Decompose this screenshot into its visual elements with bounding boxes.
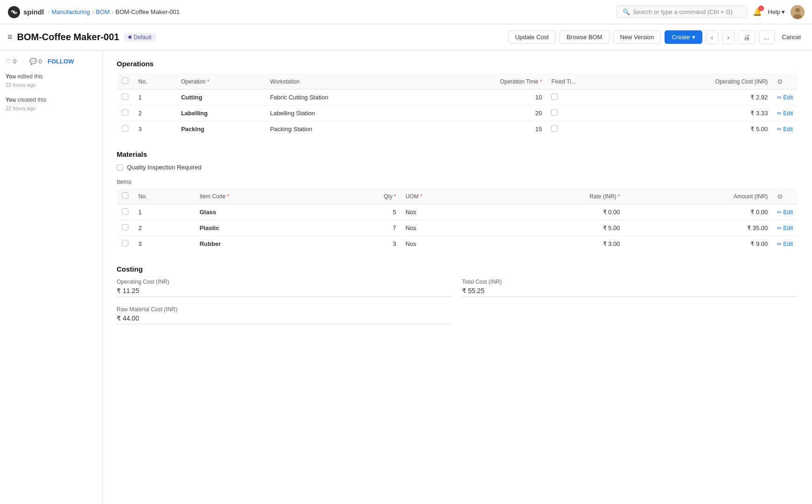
- table-row: 3 Rubber 3 Nos ₹ 3.00 ₹ 9.00 ✏ Edit: [117, 236, 798, 252]
- hamburger-icon[interactable]: ≡: [7, 32, 13, 42]
- mat-row1-item: Glass: [195, 204, 327, 220]
- activity-action-2: created this: [17, 97, 46, 103]
- toolbar-left: ≡ BOM-Coffee Maker-001 Default: [7, 32, 156, 42]
- mat-row2-amount: ₹ 35.00: [625, 220, 773, 236]
- op-row2-cost: ₹ 3.33: [626, 105, 773, 121]
- quality-checkbox[interactable]: [117, 164, 123, 171]
- materials-header-checkbox[interactable]: [122, 192, 128, 199]
- avatar[interactable]: [791, 5, 805, 19]
- follow-button[interactable]: FOLLOW: [48, 58, 74, 65]
- heart-icon: ♡: [6, 58, 11, 65]
- op-row3-cost: ₹ 5.00: [626, 121, 773, 137]
- create-button[interactable]: Create ▾: [665, 30, 702, 44]
- notification-badge: 1: [758, 6, 764, 11]
- mat-row3-uom: Nos: [401, 236, 490, 252]
- mat-row3-checkbox[interactable]: [122, 240, 128, 246]
- nav-right: 🔍 Search or type a command (Ctrl + G) 🔔 …: [616, 5, 805, 19]
- op-row1-cost: ₹ 2.92: [626, 90, 773, 105]
- materials-settings-icon[interactable]: ⚙: [777, 193, 783, 200]
- nav-left: spindl › Manufacturing › BOM › BOM-Coffe…: [7, 6, 180, 19]
- table-row: 3 Packing Packing Station 15 ₹ 5.00 ✏ Ed…: [117, 121, 798, 137]
- op-row1-operation: Cutting: [176, 90, 266, 105]
- svg-point-3: [795, 8, 800, 13]
- breadcrumb-manufacturing[interactable]: Manufacturing: [52, 8, 90, 15]
- mat-row2-checkbox[interactable]: [122, 224, 128, 231]
- mat-row2-edit-button[interactable]: ✏ Edit: [777, 225, 793, 231]
- notification-bell[interactable]: 🔔 1: [753, 7, 762, 16]
- operating-cost-label: Operating Cost (INR): [117, 279, 453, 285]
- search-bar[interactable]: 🔍 Search or type a command (Ctrl + G): [616, 6, 747, 18]
- table-row: 1 Glass 5 Nos ₹ 0.00 ₹ 0.00 ✏ Edit: [117, 204, 798, 220]
- mat-col-qty: Qty *: [327, 189, 401, 204]
- op-row3-fixed-checkbox[interactable]: [551, 125, 558, 132]
- raw-material-cost-field: Raw Material Cost (INR) ₹ 44.00: [117, 306, 453, 324]
- op-col-workstation: Workstation: [266, 74, 426, 90]
- more-button[interactable]: ...: [759, 30, 775, 44]
- top-navigation: spindl › Manufacturing › BOM › BOM-Coffe…: [0, 0, 812, 24]
- mat-row3-item: Rubber: [195, 236, 327, 252]
- op-row2-time: 20: [425, 105, 546, 121]
- mat-row1-edit-button[interactable]: ✏ Edit: [777, 209, 793, 216]
- likes-button[interactable]: ♡ 0: [6, 58, 16, 65]
- mat-row1-rate: ₹ 0.00: [490, 204, 625, 220]
- print-button[interactable]: 🖨: [738, 30, 755, 44]
- operations-settings-icon[interactable]: ⚙: [777, 78, 783, 85]
- toolbar: ≡ BOM-Coffee Maker-001 Default Update Co…: [0, 24, 812, 50]
- help-chevron-icon: ▾: [782, 8, 785, 15]
- op-row1-edit-button[interactable]: ✏ Edit: [777, 94, 793, 101]
- update-cost-button[interactable]: Update Cost: [508, 30, 556, 44]
- mat-col-amount: Amount (INR): [625, 189, 773, 204]
- quality-label: Quality Inspection Required: [127, 164, 202, 171]
- activity-time-1: 22 hours ago: [6, 82, 35, 88]
- mat-row3-qty: 3: [327, 236, 401, 252]
- breadcrumb: › Manufacturing › BOM › BOM-Coffee Maker…: [48, 8, 180, 15]
- mat-row2-item: Plastic: [195, 220, 327, 236]
- raw-material-cost-label: Raw Material Cost (INR): [117, 306, 453, 313]
- op-row3-edit-button[interactable]: ✏ Edit: [777, 126, 793, 133]
- activity-item: You edited this 22 hours ago: [6, 72, 97, 89]
- prev-button[interactable]: ‹: [706, 30, 719, 44]
- comments-count: 0: [39, 58, 42, 65]
- mat-row3-no: 3: [134, 236, 195, 252]
- items-label: Items: [117, 178, 798, 185]
- op-row2-edit-button[interactable]: ✏ Edit: [777, 110, 793, 117]
- activity-actor-2: You: [6, 97, 16, 103]
- op-row2-fixed-checkbox[interactable]: [551, 109, 558, 116]
- op-row3-checkbox[interactable]: [122, 125, 128, 132]
- op-row1-fixed-checkbox[interactable]: [551, 93, 558, 100]
- new-version-button[interactable]: New Version: [613, 30, 661, 44]
- op-row1-checkbox[interactable]: [122, 93, 128, 100]
- follow-bar: ♡ 0 · 💬 0 FOLLOW: [6, 58, 97, 65]
- operations-header-checkbox[interactable]: [122, 77, 128, 84]
- browse-bom-button[interactable]: Browse BOM: [560, 30, 609, 44]
- mat-col-uom: UOM *: [401, 189, 490, 204]
- likes-count: 0: [13, 58, 16, 65]
- svg-point-1: [13, 11, 15, 14]
- breadcrumb-bom[interactable]: BOM: [96, 8, 110, 15]
- next-button[interactable]: ›: [722, 30, 735, 44]
- op-row2-no: 2: [134, 105, 176, 121]
- mat-row1-checkbox[interactable]: [122, 208, 128, 215]
- activity-action-1: edited this: [17, 73, 43, 80]
- op-row2-checkbox[interactable]: [122, 109, 128, 116]
- quality-row: Quality Inspection Required: [117, 164, 798, 171]
- activity-actor-1: You: [6, 73, 16, 80]
- comments-button[interactable]: 💬 0: [29, 58, 42, 65]
- mat-row3-edit-button[interactable]: ✏ Edit: [777, 241, 793, 247]
- logo[interactable]: spindl: [7, 6, 44, 19]
- op-col-fixed: Fixed Ti...: [546, 74, 626, 90]
- cancel-button[interactable]: Cancel: [778, 31, 805, 43]
- op-row3-operation: Packing: [176, 121, 266, 137]
- help-button[interactable]: Help ▾: [768, 8, 785, 15]
- op-row3-no: 3: [134, 121, 176, 137]
- toolbar-right: Update Cost Browse BOM New Version Creat…: [508, 30, 805, 44]
- mat-row2-qty: 7: [327, 220, 401, 236]
- mat-row1-no: 1: [134, 204, 195, 220]
- breadcrumb-current: BOM-Coffee Maker-001: [115, 8, 180, 15]
- total-cost-value: ₹ 55.25: [462, 287, 798, 297]
- costing-grid: Operating Cost (INR) ₹ 11.25 Total Cost …: [117, 279, 798, 324]
- badge-label: Default: [133, 34, 151, 41]
- op-col-cost: Operating Cost (INR): [626, 74, 773, 90]
- materials-section-title: Materials: [117, 150, 798, 158]
- op-col-no: No.: [134, 74, 176, 90]
